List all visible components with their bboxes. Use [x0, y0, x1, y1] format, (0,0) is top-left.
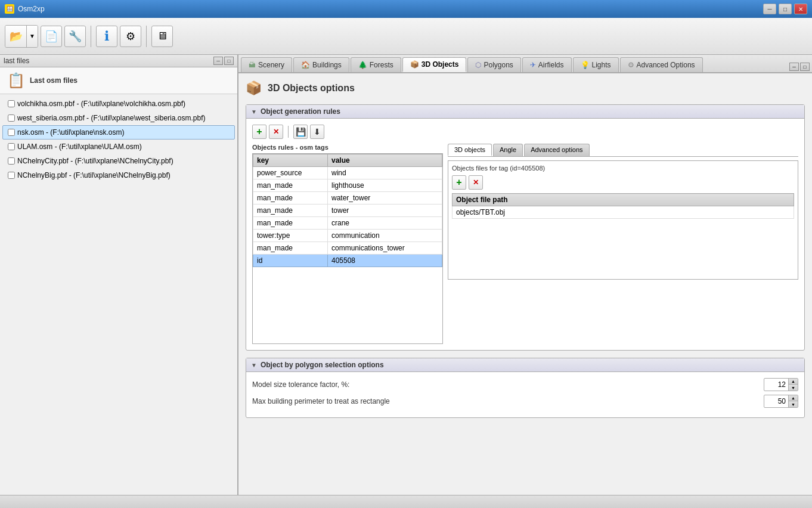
- model-size-up[interactable]: ▲: [788, 379, 798, 385]
- max-building-input[interactable]: [764, 396, 788, 407]
- right-panel-minimize[interactable]: ─: [789, 63, 799, 71]
- max-building-down[interactable]: ▼: [788, 401, 798, 407]
- file-checkbox-6[interactable]: [8, 172, 15, 179]
- remove-object-button[interactable]: ✕: [469, 175, 483, 190]
- list-item[interactable]: ULAM.osm - (F:\util\xplane\ULAM.osm): [2, 140, 235, 154]
- tab-forests[interactable]: 🌲 Forests: [351, 57, 401, 72]
- tab-lights-label: Lights: [592, 61, 611, 69]
- tab-3dobjects[interactable]: 📦 3D Objects: [402, 57, 467, 72]
- file-list: volchikha.osm.pbf - (F:\util\xplane\volc…: [0, 94, 237, 185]
- table-row[interactable]: man_made lighthouse: [253, 179, 442, 192]
- panel-header-label: last files: [4, 57, 29, 65]
- panel-maximize-btn[interactable]: □: [224, 57, 234, 65]
- new-file-button[interactable]: 📄: [41, 26, 62, 47]
- wrench-button[interactable]: 🔧: [64, 26, 86, 47]
- tabs-container: 🏔 Scenery 🏠 Buildings 🌲 Forests 📦 3D Obj…: [241, 57, 703, 72]
- rules-layout: Objects rules - osm tags key value: [252, 144, 798, 344]
- list-item[interactable]: nsk.osm - (F:\util\xplane\nsk.osm): [2, 125, 235, 140]
- add-rule-button[interactable]: +: [252, 125, 266, 139]
- file-checkbox-3[interactable]: [8, 129, 15, 136]
- table-row[interactable]: id 405508: [253, 255, 442, 267]
- tab-buildings-label: Buildings: [312, 61, 342, 69]
- tab-buildings[interactable]: 🏠 Buildings: [293, 57, 349, 72]
- max-building-up[interactable]: ▲: [788, 395, 798, 401]
- file-label: NChelnyBig.pbf - (F:\util\xplane\NChelny…: [17, 171, 171, 179]
- info-button[interactable]: ℹ: [96, 26, 117, 47]
- list-item[interactable]: volchikha.osm.pbf - (F:\util\xplane\volc…: [2, 97, 235, 111]
- tab-3d-objects[interactable]: 3D objects: [448, 144, 492, 156]
- table-row[interactable]: power_source wind: [253, 167, 442, 179]
- tab-polygons[interactable]: ⬡ Polygons: [467, 57, 520, 72]
- add-object-button[interactable]: +: [452, 175, 466, 190]
- download-rule-button[interactable]: ⬇: [310, 125, 324, 139]
- monitor-button[interactable]: 🖥: [151, 26, 173, 47]
- page-title: 3D Objects options: [268, 83, 355, 94]
- table-row[interactable]: objects/TBT.obj: [453, 206, 794, 219]
- airfields-icon: ✈: [530, 61, 536, 69]
- row-key: id: [253, 255, 328, 267]
- file-checkbox-2[interactable]: [8, 114, 15, 122]
- obj-file-path: objects/TBT.obj: [453, 206, 794, 219]
- section-collapse-icon: ▼: [251, 109, 257, 115]
- tab-forests-label: Forests: [370, 61, 393, 69]
- file-label: volchikha.osm.pbf - (F:\util\xplane\volc…: [17, 100, 185, 108]
- file-checkbox-5[interactable]: [8, 157, 15, 165]
- save-rule-button[interactable]: 💾: [293, 125, 308, 139]
- table-row[interactable]: man_made crane: [253, 217, 442, 230]
- row-key: power_source: [253, 167, 328, 179]
- tab-bar: 🏔 Scenery 🏠 Buildings 🌲 Forests 📦 3D Obj…: [238, 55, 812, 73]
- right-panel-maximize[interactable]: □: [800, 63, 810, 71]
- list-item[interactable]: NChelnyBig.pbf - (F:\util\xplane\NChelny…: [2, 168, 235, 182]
- maximize-button[interactable]: □: [779, 4, 792, 14]
- toolbar: 📂 ▼ 📄 🔧 ℹ ⚙ 🖥: [0, 18, 812, 55]
- table-row[interactable]: tower:type communication: [253, 230, 442, 242]
- delete-icon-right: ✕: [473, 178, 479, 187]
- advanced-icon: ⚙: [628, 61, 634, 69]
- file-checkbox-1[interactable]: [8, 100, 15, 107]
- rules-toolbar: + ✕ 💾 ⬇: [252, 125, 798, 139]
- remove-rule-button[interactable]: ✕: [269, 125, 283, 139]
- model-size-down[interactable]: ▼: [788, 385, 798, 391]
- tab-angle[interactable]: Angle: [493, 144, 523, 156]
- tab-scenery[interactable]: 🏔 Scenery: [241, 57, 292, 72]
- tab-3dobjects-label: 3D Objects: [422, 60, 459, 69]
- panel-controls: ─ □: [213, 57, 234, 65]
- minimize-button[interactable]: ─: [763, 4, 776, 14]
- panel-minimize-btn[interactable]: ─: [213, 57, 223, 65]
- list-item[interactable]: NChelnyCity.pbf - (F:\util\xplane\NCheln…: [2, 154, 235, 168]
- close-button[interactable]: ✕: [794, 4, 807, 14]
- file-label: ULAM.osm - (F:\util\xplane\ULAM.osm): [17, 143, 142, 151]
- table-row[interactable]: man_made water_tower: [253, 192, 442, 205]
- table-row[interactable]: man_made communications_tower: [253, 242, 442, 255]
- row-key: man_made: [253, 217, 328, 230]
- tab-advanced-options[interactable]: ⚙ Advanced Options: [620, 57, 703, 72]
- open-button[interactable]: 📂: [5, 26, 27, 47]
- file-label: nsk.osm - (F:\util\xplane\nsk.osm): [17, 128, 124, 137]
- section-title-rules: Object generation rules: [261, 107, 340, 116]
- tab-bar-controls: ─ □: [789, 63, 810, 71]
- table-row[interactable]: man_made tower: [253, 205, 442, 217]
- row-value: lighthouse: [328, 179, 442, 192]
- section-header-rules[interactable]: ▼ Object generation rules: [246, 105, 804, 119]
- objects-rules-table[interactable]: key value power_source wind: [252, 153, 443, 344]
- open-dropdown[interactable]: ▼: [27, 26, 38, 47]
- settings-button[interactable]: ⚙: [120, 26, 141, 47]
- model-size-spinner[interactable]: ▲ ▼: [764, 378, 798, 391]
- row-key: man_made: [253, 205, 328, 217]
- object-generation-rules-section: ▼ Object generation rules + ✕: [246, 104, 805, 351]
- panel-header: last files ─ □: [0, 55, 237, 67]
- tab-lights[interactable]: 💡 Lights: [573, 57, 619, 72]
- section-header-polygon[interactable]: ▼ Object by polygon selection options: [246, 358, 804, 372]
- list-item[interactable]: west_siberia.osm.pbf - (F:\util\xplane\w…: [2, 111, 235, 125]
- 3dobjects-icon: 📦: [410, 60, 419, 69]
- toolbar-sep-2: [146, 26, 147, 47]
- plus-icon: +: [256, 126, 262, 137]
- right-panel-toolbar: + ✕: [452, 175, 794, 190]
- model-size-input[interactable]: [764, 379, 788, 390]
- file-checkbox-4[interactable]: [8, 143, 15, 150]
- tab-advanced-options[interactable]: Advanced options: [524, 144, 589, 156]
- delete-icon: ✕: [273, 128, 279, 136]
- tab-airfields[interactable]: ✈ Airfields: [522, 57, 572, 72]
- row-value: crane: [328, 217, 442, 230]
- max-building-spinner[interactable]: ▲ ▼: [764, 395, 798, 408]
